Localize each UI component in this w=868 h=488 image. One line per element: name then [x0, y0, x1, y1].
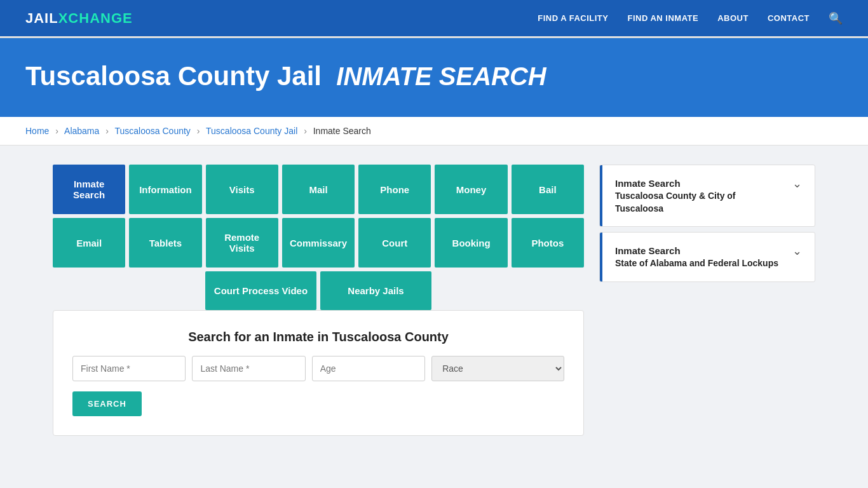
btn-information[interactable]: Information — [129, 165, 201, 214]
page-title: Tuscaloosa County Jail INMATE SEARCH — [25, 61, 843, 92]
breadcrumb-current: Inmate Search — [313, 126, 371, 136]
search-inputs-row: Race White Black Hispanic Asian Other — [72, 356, 564, 381]
search-panel-title: Search for an Inmate in Tuscaloosa Count… — [72, 330, 564, 344]
btn-visits[interactable]: Visits — [206, 165, 278, 214]
breadcrumb-sep-4: › — [304, 126, 307, 136]
btn-email[interactable]: Email — [53, 218, 125, 268]
breadcrumb-tuscaloosa-county[interactable]: Tuscaloosa County — [115, 126, 191, 136]
sidebar-card-tuscaloosa-title: Inmate Search Tuscaloosa County & City o… — [615, 177, 786, 215]
hero-title-main: Tuscaloosa County Jail — [25, 61, 322, 91]
last-name-input[interactable] — [192, 356, 305, 381]
site-logo[interactable]: JAILXCHANGE — [25, 10, 133, 27]
chevron-down-icon-2: ⌄ — [792, 244, 802, 258]
hero-banner: Tuscaloosa County Jail INMATE SEARCH — [0, 38, 868, 117]
nav-links: FIND A FACILITY FIND AN INMATE ABOUT CON… — [538, 11, 843, 25]
sidebar-card-tuscaloosa-header[interactable]: Inmate Search Tuscaloosa County & City o… — [600, 165, 815, 226]
nav-buttons-row3: Court Process Video Nearby Jails — [53, 271, 584, 310]
race-select[interactable]: Race White Black Hispanic Asian Other — [431, 356, 564, 381]
nav-buttons-row2: Email Tablets Remote Visits Commissary C… — [53, 218, 584, 268]
sidebar-alabama-main-title: Inmate Search — [615, 244, 778, 257]
logo-ex: XCHANGE — [58, 10, 133, 26]
nav-about[interactable]: ABOUT — [717, 13, 749, 23]
breadcrumb-sep-1: › — [55, 126, 58, 136]
age-input[interactable] — [312, 356, 425, 381]
chevron-down-icon: ⌄ — [792, 177, 802, 191]
btn-commissary[interactable]: Commissary — [282, 218, 355, 268]
sidebar-tuscaloosa-sub-title: Tuscaloosa County & City of Tuscaloosa — [615, 190, 786, 215]
sidebar-tuscaloosa-main-title: Inmate Search — [615, 177, 786, 190]
navbar: JAILXCHANGE FIND A FACILITY FIND AN INMA… — [0, 0, 868, 38]
search-icon[interactable]: 🔍 — [829, 11, 843, 25]
first-name-input[interactable] — [72, 356, 186, 381]
btn-mail[interactable]: Mail — [282, 165, 355, 214]
btn-court[interactable]: Court — [358, 218, 431, 268]
breadcrumb-home[interactable]: Home — [25, 126, 49, 136]
btn-remote-visits[interactable]: Remote Visits — [206, 218, 278, 268]
left-column: Inmate Search Information Visits Mail Ph… — [53, 165, 584, 442]
btn-photos[interactable]: Photos — [512, 218, 584, 268]
breadcrumb-alabama[interactable]: Alabama — [64, 126, 99, 136]
btn-booking[interactable]: Booking — [435, 218, 507, 268]
hero-title-italic: INMATE SEARCH — [336, 62, 546, 90]
breadcrumb-sep-2: › — [105, 126, 109, 136]
nav-find-facility[interactable]: FIND A FACILITY — [538, 13, 608, 23]
sidebar-card-alabama-header[interactable]: Inmate Search State of Alabama and Feder… — [600, 233, 815, 281]
btn-tablets[interactable]: Tablets — [129, 218, 201, 268]
btn-phone[interactable]: Phone — [358, 165, 431, 214]
btn-bail[interactable]: Bail — [512, 165, 584, 214]
logo-jail: JAIL — [25, 10, 58, 26]
breadcrumb: Home › Alabama › Tuscaloosa County › Tus… — [0, 117, 868, 146]
sidebar-alabama-sub-title: State of Alabama and Federal Lockups — [615, 257, 778, 270]
sidebar-card-alabama: Inmate Search State of Alabama and Feder… — [599, 232, 815, 282]
search-panel: Search for an Inmate in Tuscaloosa Count… — [53, 310, 584, 436]
search-button[interactable]: SEARCH — [72, 391, 142, 416]
main-content: Inmate Search Information Visits Mail Ph… — [27, 146, 841, 461]
btn-court-process-video[interactable]: Court Process Video — [205, 271, 316, 310]
btn-money[interactable]: Money — [435, 165, 507, 214]
right-sidebar: Inmate Search Tuscaloosa County & City o… — [599, 165, 815, 285]
nav-find-inmate[interactable]: FIND AN INMATE — [627, 13, 698, 23]
breadcrumb-sep-3: › — [197, 126, 200, 136]
btn-nearby-jails[interactable]: Nearby Jails — [320, 271, 431, 310]
sidebar-card-tuscaloosa: Inmate Search Tuscaloosa County & City o… — [599, 165, 815, 227]
btn-inmate-search[interactable]: Inmate Search — [53, 165, 125, 214]
nav-contact[interactable]: CONTACT — [768, 13, 810, 23]
breadcrumb-tuscaloosa-jail[interactable]: Tuscaloosa County Jail — [206, 126, 297, 136]
sidebar-card-alabama-title: Inmate Search State of Alabama and Feder… — [615, 244, 778, 270]
nav-buttons-row1: Inmate Search Information Visits Mail Ph… — [53, 165, 584, 214]
